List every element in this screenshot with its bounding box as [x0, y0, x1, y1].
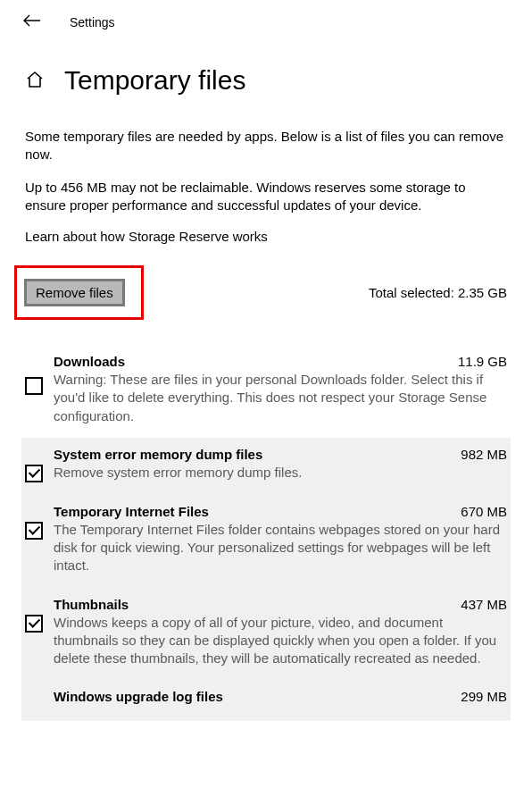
checkbox-system-error-dump[interactable] [25, 465, 43, 482]
remove-files-button[interactable]: Remove files [24, 279, 125, 306]
checkbox-temp-internet-files[interactable] [25, 522, 43, 540]
title-row: Temporary files [25, 65, 507, 96]
list-item[interactable]: Temporary Internet Files 670 MB The Temp… [21, 495, 511, 588]
item-size: 437 MB [461, 597, 507, 612]
item-size: 982 MB [461, 447, 507, 462]
item-title: Temporary Internet Files [54, 504, 209, 519]
list-item[interactable]: Windows upgrade log files 299 MB [21, 680, 511, 721]
page-title: Temporary files [64, 65, 245, 96]
storage-reserve-link[interactable]: Learn about how Storage Reserve works [25, 229, 268, 244]
header-label: Settings [70, 15, 115, 29]
remove-highlight: Remove files [14, 265, 144, 320]
checkbox-downloads[interactable] [25, 377, 43, 395]
item-desc: Windows keeps a copy of all of your pict… [54, 614, 507, 668]
item-title: Windows upgrade log files [54, 689, 223, 704]
action-row: Remove files Total selected: 2.35 GB [25, 265, 507, 320]
home-icon[interactable] [25, 70, 45, 92]
item-desc: The Temporary Internet Files folder cont… [54, 521, 507, 575]
item-size: 670 MB [461, 504, 507, 519]
file-category-list: Downloads 11.9 GB Warning: These are fil… [21, 345, 511, 721]
item-desc: Warning: These are files in your persona… [54, 371, 507, 425]
intro-text-2: Up to 456 MB may not be reclaimable. Win… [25, 179, 507, 215]
item-size: 11.9 GB [458, 354, 507, 369]
header-bar: Settings [0, 0, 532, 38]
total-selected-label: Total selected: 2.35 GB [369, 285, 507, 300]
intro-text-1: Some temporary files are needed by apps.… [25, 128, 507, 164]
item-title: System error memory dump files [54, 447, 262, 462]
list-item[interactable]: System error memory dump files 982 MB Re… [21, 438, 511, 495]
back-icon[interactable] [23, 13, 41, 31]
item-size: 299 MB [461, 689, 507, 704]
list-item[interactable]: Downloads 11.9 GB Warning: These are fil… [21, 345, 511, 438]
item-desc: Remove system error memory dump files. [54, 464, 507, 482]
checkbox-thumbnails[interactable] [25, 615, 43, 633]
item-title: Downloads [54, 354, 125, 369]
item-title: Thumbnails [54, 597, 129, 612]
list-item[interactable]: Thumbnails 437 MB Windows keeps a copy o… [21, 588, 511, 681]
